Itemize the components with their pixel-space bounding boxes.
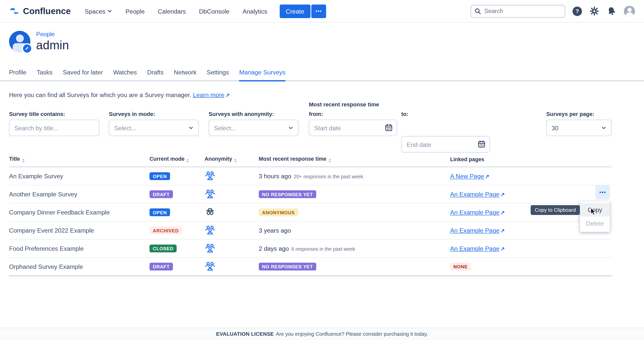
linked-page-link[interactable]: A New Page↗: [450, 173, 489, 180]
tab-watches[interactable]: Watches: [113, 69, 137, 80]
tab-network[interactable]: Network: [174, 69, 196, 80]
anonymity-select-value: Select...: [214, 124, 236, 131]
chevron-down-icon: [601, 125, 606, 131]
tab-tasks[interactable]: Tasks: [37, 69, 53, 80]
copy-tooltip: Copy to Clipboard: [531, 205, 580, 215]
calendar-icon[interactable]: [477, 140, 486, 148]
column-header-anonymity[interactable]: Anonymity: [205, 155, 259, 167]
profile-header: People admin: [0, 22, 644, 52]
linked-page-link[interactable]: An Example Page↗: [450, 227, 505, 234]
column-header-linked: Linked pages: [450, 155, 611, 167]
search-input[interactable]: [471, 5, 565, 18]
anonymity-filter-select[interactable]: Select...: [209, 120, 299, 136]
sort-icon: [186, 159, 189, 163]
from-filter-label: from:: [309, 111, 323, 117]
anonymous-badge: ANONYMOUS: [259, 208, 298, 216]
notifications-button[interactable]: [607, 6, 616, 16]
edit-avatar-badge[interactable]: [22, 43, 32, 54]
no-responses-badge: NO RESPONSES YET: [259, 190, 316, 198]
mode-badge: DRAFT: [150, 263, 173, 271]
search-box: [471, 5, 565, 18]
group-anonymity-icon: [205, 260, 216, 271]
external-link-icon: ↗: [500, 246, 505, 252]
nav-item-calendars[interactable]: Calendars: [158, 8, 186, 15]
create-button[interactable]: Create: [280, 4, 311, 18]
column-label: Most recent response time: [259, 156, 326, 162]
nav-item-dbconsole[interactable]: DbConsole: [199, 8, 229, 15]
linked-page-link[interactable]: An Example Page↗: [450, 191, 505, 198]
tab-saved-for-later[interactable]: Saved for later: [63, 69, 103, 80]
learn-more-link[interactable]: Learn more↗: [193, 91, 230, 98]
column-header-title[interactable]: Title: [9, 155, 150, 167]
to-filter-label: to:: [401, 111, 408, 117]
external-link-icon: ↗: [500, 192, 505, 198]
nav-item-people[interactable]: People: [125, 8, 144, 15]
title-filter-label: Survey title contains:: [9, 111, 65, 117]
nav-item-spaces-label: Spaces: [85, 8, 105, 15]
learn-more-label: Learn more: [193, 91, 224, 98]
create-more-button[interactable]: •••: [311, 4, 326, 18]
row-actions-menu: Copy Delete: [580, 201, 610, 232]
tab-profile[interactable]: Profile: [9, 69, 27, 80]
linked-page-link[interactable]: An Example Page↗: [450, 245, 505, 252]
mode-badge: OPEN: [150, 172, 170, 180]
intro-sentence: Here you can find all Surveys for which …: [9, 91, 191, 98]
menu-item-delete: Delete: [580, 217, 610, 230]
help-button[interactable]: ?: [573, 6, 582, 16]
calendar-icon[interactable]: [384, 123, 393, 132]
pencil-icon: [25, 46, 29, 51]
profile-tabs: Profile Tasks Saved for later Watches Dr…: [0, 69, 644, 81]
people-breadcrumb[interactable]: People: [36, 31, 69, 37]
row-actions-button[interactable]: •••: [596, 185, 610, 199]
mouse-cursor: [590, 207, 597, 216]
mode-badge: DRAFT: [150, 190, 173, 198]
linked-page-link[interactable]: An Example Page↗: [450, 209, 505, 216]
group-anonymity-icon: [205, 188, 216, 199]
linked-page-label: An Example Page: [450, 245, 499, 252]
mode-select-value: Select...: [114, 124, 136, 131]
search-icon: [474, 8, 481, 15]
page-title: admin: [36, 39, 69, 52]
column-label: Title: [9, 156, 20, 162]
help-icon: ?: [575, 8, 579, 14]
settings-button[interactable]: [589, 6, 599, 16]
brand-name: Confluence: [23, 6, 71, 16]
column-header-response[interactable]: Most recent response time: [259, 155, 450, 167]
external-link-icon: ↗: [485, 174, 489, 180]
sort-icon: [328, 159, 331, 163]
mode-filter-select[interactable]: Select...: [109, 120, 199, 136]
group-anonymity-icon: [205, 170, 216, 181]
none-badge: NONE: [450, 263, 471, 271]
per-page-select[interactable]: 30: [546, 120, 612, 136]
footer: EVALUATION LICENSE Are you enjoying Conf…: [0, 328, 644, 340]
survey-title: Orphaned Survey Example: [9, 258, 150, 276]
title-filter-input[interactable]: [9, 120, 100, 136]
table-row: Company Dinner Feedback Example OPEN ANO…: [9, 203, 612, 221]
nav-item-analytics[interactable]: Analytics: [243, 8, 267, 15]
anonymity-filter-label: Surveys with anonymity:: [209, 111, 274, 117]
gear-icon: [589, 6, 599, 16]
group-anonymity-icon: [205, 224, 216, 235]
profile-avatar[interactable]: [9, 31, 30, 52]
nav-item-spaces[interactable]: Spaces: [85, 8, 112, 15]
tab-drafts[interactable]: Drafts: [147, 69, 164, 80]
user-avatar[interactable]: [624, 6, 635, 17]
mode-badge: OPEN: [150, 208, 170, 216]
chevron-down-icon: [288, 125, 293, 131]
profile-titles: People admin: [36, 31, 69, 52]
survey-title: Company Event 2022 Example: [9, 221, 150, 239]
intro-text: Here you can find all Surveys for which …: [9, 91, 635, 100]
column-header-mode[interactable]: Current mode: [150, 155, 205, 167]
chevron-down-icon: [188, 125, 193, 131]
sort-icon: [22, 159, 24, 163]
tab-manage-surveys[interactable]: Manage Surveys: [239, 69, 285, 80]
confluence-logo[interactable]: Confluence: [9, 6, 71, 16]
column-label: Current mode: [150, 156, 184, 162]
nav-right: ?: [471, 5, 635, 18]
survey-title: Company Dinner Feedback Example: [9, 203, 150, 221]
per-page-label: Surveys per page:: [546, 111, 594, 117]
response-time: 3 hours ago: [259, 173, 291, 180]
start-date-input[interactable]: [309, 120, 397, 136]
tab-settings[interactable]: Settings: [207, 69, 229, 80]
end-date-input[interactable]: [401, 136, 490, 152]
